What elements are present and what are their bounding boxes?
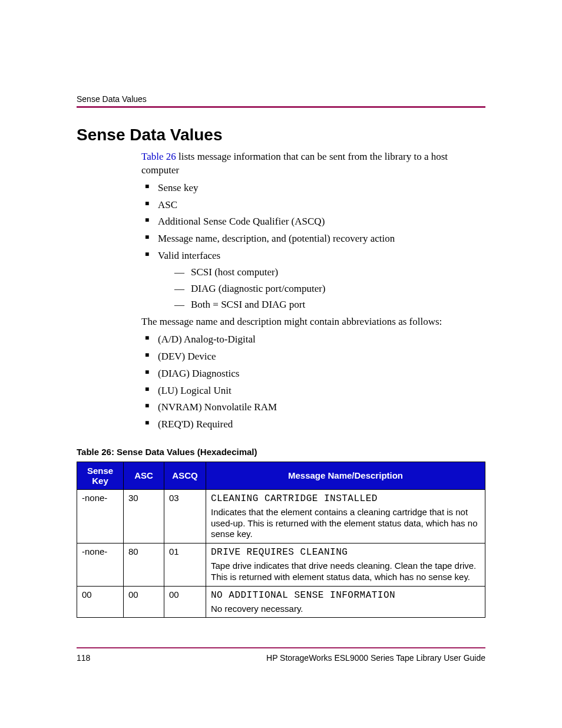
intro-paragraph: Table 26 lists message information that … [141, 150, 485, 177]
list-item: (LU) Logical Unit [141, 384, 485, 398]
list-item: (DIAG) Diagnostics [141, 367, 485, 381]
table-caption: Table 26: Sense Data Values (Hexadecimal… [77, 447, 485, 457]
message-desc: No recovery necessary. [211, 604, 480, 615]
sense-data-table: Sense Key ASC ASCQ Message Name/Descript… [77, 462, 485, 618]
cell-ascq: 00 [164, 586, 206, 618]
cell-asc: 80 [124, 543, 164, 587]
message-name: DRIVE REQUIRES CLEANING [211, 547, 348, 558]
cell-message: NO ADDITIONAL SENSE INFORMATION No recov… [206, 586, 485, 618]
col-header-sense-key: Sense Key [77, 462, 124, 489]
page: Sense Data Values Sense Data Values Tabl… [0, 0, 562, 728]
header-rule [77, 106, 485, 108]
running-head: Sense Data Values [77, 94, 485, 104]
col-header-asc: ASC [124, 462, 164, 489]
list-item: Additional Sense Code Qualifier (ASCQ) [141, 215, 485, 229]
cell-message: CLEANING CARTRIDGE INSTALLED Indicates t… [206, 489, 485, 543]
table-row: -none- 80 01 DRIVE REQUIRES CLEANING Tap… [77, 543, 485, 587]
message-name: NO ADDITIONAL SENSE INFORMATION [211, 590, 395, 601]
list-item: (DEV) Device [141, 350, 485, 364]
cell-message: DRIVE REQUIRES CLEANING Tape drive indic… [206, 543, 485, 587]
mid-paragraph: The message name and description might c… [141, 315, 485, 329]
sub-list: SCSI (host computer) DIAG (diagnostic po… [158, 265, 485, 312]
list-item: ASC [141, 198, 485, 212]
footer-row: 118 HP StorageWorks ESL9000 Series Tape … [77, 653, 485, 663]
sub-list-item: SCSI (host computer) [174, 265, 485, 279]
doc-title: HP StorageWorks ESL9000 Series Tape Libr… [266, 653, 485, 663]
footer-rule [77, 647, 485, 648]
table-ref-link[interactable]: Table 26 [141, 151, 176, 162]
cell-sense-key: -none- [77, 543, 124, 587]
table-header-row: Sense Key ASC ASCQ Message Name/Descript… [77, 462, 485, 489]
abbrev-list: (A/D) Analog-to-Digital (DEV) Device (DI… [141, 332, 485, 431]
page-footer: 118 HP StorageWorks ESL9000 Series Tape … [77, 647, 485, 663]
list-item: Sense key [141, 181, 485, 195]
intro-after-ref: lists message information that can be se… [141, 151, 448, 176]
message-name: CLEANING CARTRIDGE INSTALLED [211, 493, 378, 504]
cell-asc: 30 [124, 489, 164, 543]
list-item: (REQ'D) Required [141, 417, 485, 431]
cell-asc: 00 [124, 586, 164, 618]
sub-list-item: DIAG (diagnostic port/computer) [174, 282, 485, 296]
section-title: Sense Data Values [77, 126, 485, 144]
body-text: Table 26 lists message information that … [141, 150, 485, 431]
cell-sense-key: -none- [77, 489, 124, 543]
table-row: 00 00 00 NO ADDITIONAL SENSE INFORMATION… [77, 586, 485, 618]
col-header-message: Message Name/Description [206, 462, 485, 489]
page-number: 118 [77, 653, 90, 663]
list-item: (NVRAM) Nonvolatile RAM [141, 400, 485, 414]
cell-ascq: 03 [164, 489, 206, 543]
list-item: Valid interfaces SCSI (host computer) DI… [141, 249, 485, 312]
sub-list-item: Both = SCSI and DIAG port [174, 298, 485, 312]
message-desc: Tape drive indicates that drive needs cl… [211, 561, 480, 583]
col-header-ascq: ASCQ [164, 462, 206, 489]
cell-ascq: 01 [164, 543, 206, 587]
info-list: Sense key ASC Additional Sense Code Qual… [141, 181, 485, 312]
table-row: -none- 30 03 CLEANING CARTRIDGE INSTALLE… [77, 489, 485, 543]
list-item: (A/D) Analog-to-Digital [141, 332, 485, 347]
list-item-label: Valid interfaces [158, 250, 220, 261]
cell-sense-key: 00 [77, 586, 124, 618]
list-item: Message name, description, and (potentia… [141, 232, 485, 246]
message-desc: Indicates that the element contains a cl… [211, 507, 480, 540]
